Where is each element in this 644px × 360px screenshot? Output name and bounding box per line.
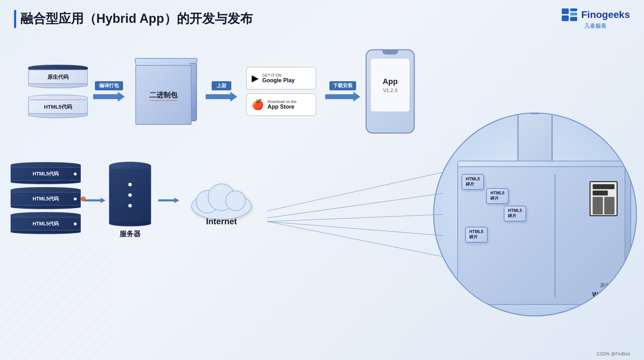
native-code-bottom-label: 原生代码 <box>600 282 620 289</box>
google-play-text: GET IT ON Google Play <box>262 73 295 84</box>
to-server-arrow <box>84 197 105 204</box>
app-stores: ▶ GET IT ON Google Play 🍎 Download on th… <box>246 67 316 116</box>
top-flow: 原生代码 HTML5代码 编译打包 <box>28 49 415 134</box>
download-arrow: 下载安装 <box>325 81 360 102</box>
logo-top: Finogeeks <box>561 8 630 22</box>
svg-line-36 <box>267 214 443 221</box>
svg-rect-20 <box>562 8 569 14</box>
publish-label: 上架 <box>212 81 231 90</box>
title-bar <box>14 10 16 28</box>
google-play-small: GET IT ON <box>262 73 295 77</box>
svg-point-33 <box>226 191 245 211</box>
app-store-text: Download on the App Store <box>268 99 297 110</box>
footer: CSDN @FinBird <box>597 351 630 356</box>
html5-code-db: HTML5代码 <box>28 95 88 118</box>
svg-marker-26 <box>206 92 237 102</box>
server-dot-1 <box>128 183 132 186</box>
cloud-shape <box>186 174 257 220</box>
server-area: 服务器 <box>109 162 151 239</box>
svg-line-37 <box>267 221 443 236</box>
native-code-label: 原生代码 <box>47 74 69 80</box>
bottom-flow: HTML5代码 HTML5代码 HTML5代码 <box>11 162 257 239</box>
logo-area: Finogeeks 几泰极客 <box>561 8 630 30</box>
orange-indicator <box>81 197 86 201</box>
html5-db-2: HTML5代码 <box>11 187 81 209</box>
phone-device: App V1.2.3 <box>366 49 415 134</box>
internet-area: Internet <box>186 174 257 226</box>
html5-chip-2: HTML5碎片 <box>486 188 509 204</box>
app-label: App <box>383 77 398 86</box>
app-store-badge[interactable]: 🍎 Download on the App Store <box>246 93 316 116</box>
finogeeks-logo-icon <box>561 8 578 22</box>
phone-in-circle <box>517 112 553 166</box>
webview-label: WebView <box>592 291 620 298</box>
inner-divider <box>555 174 555 297</box>
html5-db1-label: HTML5代码 <box>33 171 59 176</box>
google-play-big: Google Play <box>262 77 295 84</box>
app-version: V1.2.3 <box>383 88 397 93</box>
server-dot-2 <box>128 193 132 197</box>
app-circle: WebView 原生代码 HTML5碎片 HTML5碎片 HTML5碎片 HTM… <box>433 112 637 316</box>
compile-label: 编译打包 <box>95 81 123 90</box>
html5-db2-label: HTML5代码 <box>33 196 59 201</box>
html5-db-3: HTML5代码 <box>11 212 81 234</box>
compile-arrow: 编译打包 <box>93 81 125 102</box>
title-block: 融合型应用（Hybrid App）的开发与发布 <box>14 10 253 28</box>
svg-marker-27 <box>325 92 360 102</box>
page-title: 融合型应用（Hybrid App）的开发与发布 <box>20 10 253 27</box>
binary-label: 二进制包 <box>149 90 178 100</box>
main-content: 原生代码 HTML5代码 编译打包 <box>0 35 644 349</box>
svg-rect-24 <box>570 17 577 21</box>
newspaper-icon <box>590 181 618 216</box>
source-db-stack: 原生代码 HTML5代码 <box>28 65 88 118</box>
logo-name: Finogeeks <box>581 9 630 20</box>
phone-screen: App V1.2.3 <box>371 59 410 111</box>
compile-arrow-shape <box>93 92 125 102</box>
svg-marker-28 <box>84 198 105 203</box>
apple-icon: 🍎 <box>252 99 264 110</box>
binary-package: 二进制包 <box>130 58 197 125</box>
footer-text: CSDN @FinBird <box>597 351 630 356</box>
publish-arrow-shape <box>206 92 237 102</box>
app-store-small: Download on the <box>268 99 297 104</box>
internet-label: Internet <box>206 217 237 226</box>
svg-line-38 <box>267 221 443 257</box>
svg-marker-25 <box>93 92 125 102</box>
html5-code-label: HTML5代码 <box>44 104 72 110</box>
logo-sub: 几泰极客 <box>584 22 607 30</box>
html5-db-1: HTML5代码 <box>11 162 81 184</box>
html5-chip-1: HTML5碎片 <box>462 174 484 190</box>
html5-db3-label: HTML5代码 <box>33 221 59 226</box>
html5-chip-3: HTML5碎片 <box>504 206 526 221</box>
app-store-big: App Store <box>268 104 297 110</box>
phone-notch <box>382 50 398 54</box>
to-internet-arrow <box>158 197 179 204</box>
download-arrow-shape <box>325 92 360 102</box>
svg-rect-21 <box>562 15 569 21</box>
html5-db-stack: HTML5代码 HTML5代码 HTML5代码 <box>11 162 81 238</box>
header: 融合型应用（Hybrid App）的开发与发布 Finogeeks 几泰极客 <box>0 0 644 30</box>
svg-rect-23 <box>570 13 577 15</box>
server-dot-3 <box>128 204 132 207</box>
html5-chip-4: HTML5碎片 <box>465 227 488 243</box>
svg-line-34 <box>267 172 443 211</box>
server-label: 服务器 <box>120 229 141 239</box>
publish-arrow: 上架 <box>206 81 237 102</box>
svg-marker-29 <box>158 198 179 203</box>
svg-rect-22 <box>570 8 577 11</box>
google-play-icon: ▶ <box>252 73 259 84</box>
download-label: 下载安装 <box>329 81 356 90</box>
svg-line-35 <box>267 193 443 218</box>
google-play-badge[interactable]: ▶ GET IT ON Google Play <box>246 67 316 90</box>
native-code-db: 原生代码 <box>28 65 88 88</box>
inner-3d-box: WebView 原生代码 HTML5碎片 HTML5碎片 HTML5碎片 HTM… <box>452 166 625 305</box>
